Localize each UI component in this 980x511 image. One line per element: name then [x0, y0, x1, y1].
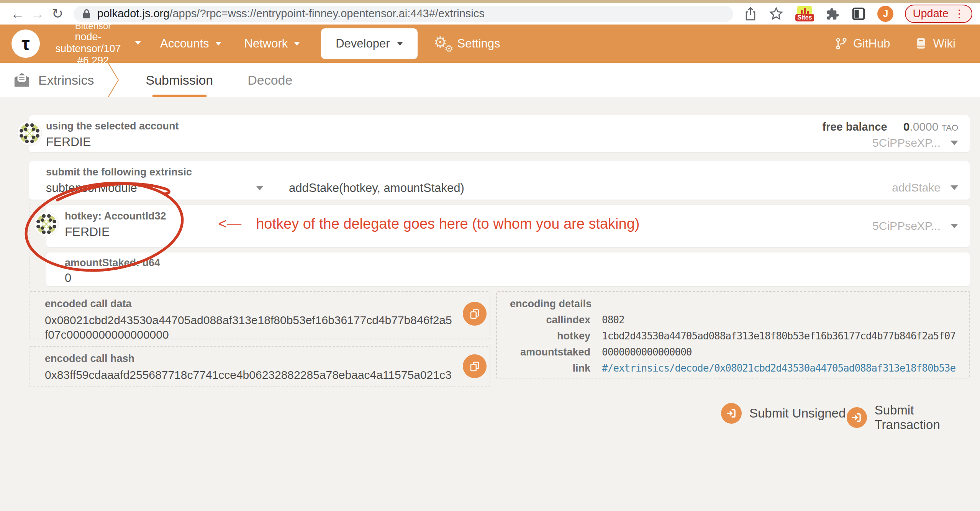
github-link[interactable]: GitHub — [835, 36, 890, 51]
wiki-link[interactable]: Wiki — [914, 37, 955, 51]
url-path: /apps/?rpc=wss://entrypoint-finney.opent… — [169, 7, 484, 20]
amount-param-input[interactable]: 0 — [65, 271, 958, 285]
sites-extension-icon[interactable]: Sites — [795, 6, 814, 21]
bookmark-star-icon[interactable] — [769, 6, 784, 21]
account-dropdown-caret-icon — [951, 141, 958, 145]
git-branch-icon — [835, 36, 848, 51]
address-bar[interactable]: polkadot.js.org/apps/?rpc=wss://entrypoi… — [74, 6, 734, 22]
account-selector-card[interactable]: using the selected account FERDIE free b… — [29, 115, 970, 152]
params-dashed-border — [29, 203, 33, 288]
hotkey-hex-label: hotkey — [510, 330, 590, 342]
hotkey-param-value: FERDIE — [65, 225, 958, 239]
sites-extension-chart — [797, 6, 812, 15]
extrinsics-section-tab: Extrinsics — [0, 72, 94, 88]
sign-in-icon — [721, 403, 742, 424]
details-row-amountstaked: amountstaked 0000000000000000 — [510, 346, 956, 358]
balance-integer: 0 — [903, 120, 910, 133]
bittensor-logo[interactable]: τ — [11, 29, 40, 58]
account-address-dropdown[interactable]: 5CiPPseXP... — [822, 136, 958, 149]
callindex-value: 0802 — [602, 314, 956, 326]
account-name: FERDIE — [46, 135, 179, 149]
balance-unit: TAO — [941, 123, 958, 133]
nav-settings[interactable]: ⚙ ⚙ Settings — [434, 34, 500, 53]
nav-network[interactable]: Network — [244, 37, 300, 51]
submit-unsigned-label: Submit Unsigned — [749, 406, 846, 421]
update-button[interactable]: Update ⋮ — [905, 5, 972, 23]
window-top-strip — [0, 0, 980, 3]
method-caret-icon — [951, 185, 958, 190]
network-caret-icon — [294, 42, 300, 46]
submit-transaction-label: Submit Transaction — [875, 403, 980, 432]
browser-toolbar: ← → ↻ polkadot.js.org/apps/?rpc=wss://en… — [0, 3, 980, 25]
tab-submission[interactable]: Submission — [146, 63, 213, 97]
hotkey-param-label: hotkey: AccountId32 — [65, 210, 958, 222]
submit-transaction-button[interactable]: Submit Transaction — [847, 403, 980, 432]
method-select-dropdown[interactable]: addStake — [892, 181, 958, 194]
decode-link[interactable]: #/extrinsics/decode/0x08021cbd2d43530a44… — [602, 362, 956, 374]
chain-caret-icon — [135, 41, 141, 45]
hotkey-address-dropdown[interactable]: 5CiPPseXP... — [872, 219, 958, 233]
copy-icon — [469, 360, 480, 372]
account-identicon[interactable] — [17, 121, 42, 146]
tab-submission-label: Submission — [146, 73, 213, 88]
amount-param-label: amountStaked: u64 — [65, 257, 958, 269]
extrinsics-section-label: Extrinsics — [38, 73, 94, 88]
submit-unsigned-button[interactable]: Submit Unsigned — [721, 403, 846, 424]
hotkey-identicon[interactable] — [34, 211, 59, 237]
back-button[interactable]: ← — [8, 6, 28, 22]
module-select[interactable]: subtensorModule — [46, 181, 256, 195]
module-caret-icon[interactable] — [256, 186, 264, 190]
tab-chevron-separator — [107, 63, 121, 97]
encoded-call-hash-label: encoded call hash — [45, 353, 474, 365]
details-row-hotkey: hotkey 1cbd2d43530a44705ad088af313e18f80… — [510, 330, 956, 342]
url-host: polkadot.js.org — [97, 7, 170, 20]
amountstaked-hex-value: 0000000000000000 — [602, 346, 956, 358]
nav-developer[interactable]: Developer — [321, 28, 417, 59]
profile-avatar[interactable]: J — [877, 6, 893, 22]
method-short-label: addStake — [892, 181, 941, 194]
chain-info[interactable]: Bittensor node-subtensor/107 #6,292 — [45, 21, 141, 67]
hotkey-address-short: 5CiPPseXP... — [872, 219, 941, 233]
details-row-link: link #/extrinsics/decode/0x08021cbd2d435… — [510, 362, 956, 374]
amountstaked-hex-label: amountstaked — [510, 346, 590, 358]
encoded-call-hash-value: 0x83ff59cdaaafd255687718c7741cce4b062328… — [45, 368, 455, 382]
lock-icon — [82, 8, 91, 20]
copy-call-data-button[interactable] — [463, 302, 487, 326]
account-selector-right: free balance0.0000TAO 5CiPPseXP... — [822, 120, 958, 152]
method-signature[interactable]: addStake(hotkey, amountStaked) — [289, 181, 464, 195]
share-icon[interactable] — [744, 6, 757, 21]
page-tabbar: Extrinsics Submission Decode — [0, 63, 980, 97]
developer-caret-icon — [397, 42, 403, 46]
forward-button[interactable]: → — [28, 6, 48, 22]
extrinsic-selector-label: submit the following extrinsic — [46, 166, 958, 178]
extrinsics-envelope-icon — [13, 72, 31, 88]
amount-param-card[interactable]: amountStaked: u64 0 — [46, 252, 970, 287]
block-number: #6,292 — [45, 55, 141, 67]
balance-fraction: .0000 — [910, 120, 938, 133]
copy-call-hash-button[interactable] — [463, 354, 487, 378]
side-panel-icon[interactable] — [851, 7, 866, 21]
copy-icon — [469, 308, 480, 319]
header-external-links: GitHub Wiki — [835, 36, 969, 51]
nav-developer-label: Developer — [336, 37, 390, 51]
nav-accounts-label: Accounts — [160, 37, 209, 51]
extrinsic-selector-card: submit the following extrinsic subtensor… — [29, 161, 970, 200]
settings-gears-icon: ⚙ ⚙ — [434, 34, 454, 53]
github-link-label: GitHub — [853, 37, 890, 51]
encoded-call-data-box: encoded call data 0x08021cbd2d43530a4470… — [29, 291, 490, 339]
encoding-details-title: encoding details — [510, 298, 956, 310]
hotkey-param-card[interactable]: hotkey: AccountId32 FERDIE 5CiPPseXP... — [46, 205, 970, 247]
browser-menu-dots-icon[interactable]: ⋮ — [954, 7, 965, 20]
decode-link-label: link — [510, 362, 590, 374]
account-address-short: 5CiPPseXP... — [872, 136, 941, 149]
reload-button[interactable]: ↻ — [48, 6, 67, 22]
wiki-link-label: Wiki — [933, 37, 955, 51]
tab-decode[interactable]: Decode — [247, 63, 292, 97]
encoding-details-box: encoding details callindex 0802 hotkey 1… — [496, 291, 970, 378]
update-button-label: Update — [913, 7, 949, 20]
accounts-caret-icon — [215, 42, 221, 46]
browser-chrome: ← → ↻ polkadot.js.org/apps/?rpc=wss://en… — [0, 0, 980, 25]
nav-settings-label: Settings — [457, 37, 500, 51]
extensions-puzzle-icon[interactable] — [825, 7, 840, 21]
nav-accounts[interactable]: Accounts — [160, 37, 221, 51]
